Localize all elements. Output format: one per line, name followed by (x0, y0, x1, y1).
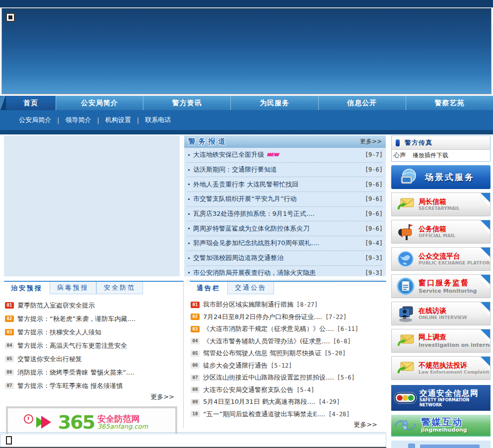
list-link[interactable]: 5月4日至10月31日 鹤大高速有路段.... (203, 397, 315, 406)
bullet-icon (188, 228, 190, 229)
button-title: 窗口服务监督 (419, 278, 477, 288)
nav-tab-4[interactable]: 信息公开 (318, 96, 406, 110)
police-news-header: 警务报道 更多>> (184, 135, 386, 148)
fax-link-plugin[interactable]: 播放插件下载 (413, 151, 448, 160)
scene-service-banner[interactable]: 场景式服务 (391, 165, 491, 189)
list-link[interactable]: 《大连市消防若干规定（征求意见稿）》公.... (203, 324, 334, 333)
list-link[interactable]: 《大连市警务辅助人员管理办法》(征求意.... (203, 337, 330, 346)
scene-service-label: 场景式服务 (425, 172, 475, 183)
clock-icon (24, 414, 33, 424)
news-date: [9-6] (365, 225, 383, 232)
subnav-link-3[interactable]: 联系电话 (145, 116, 171, 125)
news-link[interactable]: 瓦房店32处违停抓拍系统：9月1号正式.... (193, 209, 315, 218)
traffic-banner-title: 交通安全信息网 (420, 388, 489, 398)
list-link[interactable]: “五一”期间后盐检查通道驶出车辆禁走E.... (203, 410, 325, 419)
news-link[interactable]: 达沃斯期间：交通限行要知道 (193, 165, 277, 174)
traffic-banner-subtitle: SAFETY INFORMATION NETWORK (420, 398, 489, 407)
online-survey-button[interactable]: 网上调查 Investigation on internet (391, 329, 491, 353)
nav-tab-0[interactable]: 首页 (6, 96, 56, 110)
news-item: 郭声琨会见参加纪念抗战胜利70周年观礼....[9-4] (187, 236, 383, 251)
subnav-separator: | (57, 117, 59, 124)
button-subtitle: ONLINE INTERVIEW (419, 315, 467, 320)
news-link[interactable]: 市公安消防局开展夜查行动，清除火灾隐患 (193, 268, 316, 277)
nav-tab-2[interactable]: 警方资讯 (143, 96, 230, 110)
security-forecast-section: 治安预报病毒预报安全防范 01夏季防范入室盗窃安全提示02警方提示：“秋老虎”来… (4, 281, 184, 428)
notice-more-link[interactable]: 更多>> (353, 421, 377, 428)
security-tab-0[interactable]: 治安预报 (4, 282, 50, 295)
subnav-link-0[interactable]: 公安局简介 (19, 116, 51, 125)
official-mailbox-button[interactable]: 公务信箱 OFFICIAL MAIL (391, 220, 491, 244)
rank-badge: 08 (191, 386, 200, 393)
news-date: [9-3] (365, 255, 383, 261)
list-link[interactable]: 消防提示：烧烤季受青睐 警惕火苗来“.... (17, 368, 134, 377)
fax-link-voice[interactable]: 心声 (394, 151, 406, 160)
news-link[interactable]: 市交警支队组织开展“平安九月”行动 (193, 194, 296, 203)
news-link[interactable]: 大连地铁安保已全面升级 (193, 150, 264, 159)
news-link[interactable]: 外地人丢贵重行李 大连民警帮忙找回 (193, 180, 298, 189)
mail-arrow-icon (396, 194, 416, 214)
news-link[interactable]: 郭声琨会见参加纪念抗战胜利70周年观礼.... (193, 239, 319, 248)
bullet-icon (188, 184, 190, 185)
security-tab-1[interactable]: 病毒预报 (50, 282, 96, 294)
news-link[interactable]: 交警加强校园周边道路交通整治 (193, 254, 283, 262)
subnav-link-1[interactable]: 领导简介 (65, 116, 91, 125)
enforcement-complaint-button[interactable]: 不规范执法投诉 Law Enforcement Complaint (391, 356, 491, 380)
security-more-link[interactable]: 更多>> (150, 393, 174, 400)
rank-badge: 05 (5, 356, 14, 362)
notice-tab-1[interactable]: 交通公告 (227, 282, 274, 294)
main-navigation: 首页公安局简介警方资讯为民服务信息公开警察艺苑 (0, 96, 493, 110)
list-link[interactable]: 徒步大会交通限行通告 (203, 361, 268, 370)
police-media-banner[interactable]: 警媒互动 jingmeihudong (391, 415, 491, 437)
list-link[interactable]: 夏季防范入室盗窃安全提示 (17, 301, 95, 310)
news-item: 达沃斯期间：交通限行要知道[9-6] (187, 163, 383, 178)
list-date: [6-8] (333, 338, 351, 345)
list-link[interactable]: 沙区连山街接近中山路路段设置监控抓拍设.... (203, 373, 334, 382)
police-fax-box: 警方传真 心声 播放插件下载 (391, 135, 491, 162)
online-interview-button[interactable]: 在线访谈 ONLINE INTERVIEW (391, 302, 491, 325)
button-subtitle: Service Monitoring (419, 288, 477, 295)
traffic-safety-banner[interactable]: 交通安全信息网 SAFETY INFORMATION NETWORK (391, 385, 491, 411)
rank-badge: 05 (191, 350, 200, 357)
list-link[interactable]: 驾管处公布驾驶人信息 驾照到期尽快换证 (203, 349, 321, 358)
list-link[interactable]: 交警送你安全出行秘笈 (17, 355, 82, 364)
director-mailbox-button[interactable]: 局长信箱 SECRETARYMAIL (391, 192, 491, 216)
list-link[interactable]: 警方提示：“秋老虎”来袭，谨防车内藏.... (17, 315, 136, 323)
nav-tab-5[interactable]: 警察艺苑 (406, 96, 493, 110)
news-item: 交警加强校园周边道路交通整治[9-3] (187, 251, 383, 266)
list-link[interactable]: 7月24日至8月2日停办户口和身份证业.... (203, 313, 322, 321)
rank-badge: 07 (191, 375, 200, 381)
list-link[interactable]: 警方提示：扶梯安全人人须知 (17, 328, 101, 337)
media-placeholder (4, 135, 180, 276)
list-item: 07沙区连山街接近中山路路段设置监控抓拍设....[5-6] (191, 372, 381, 384)
nav-tab-3[interactable]: 为民服务 (230, 96, 318, 110)
banner-365-number: 365 (58, 413, 94, 432)
security-tab-2[interactable]: 安全防范 (96, 282, 143, 294)
rank-badge: 03 (191, 326, 200, 332)
rank-badge: 02 (5, 316, 14, 322)
police-news-more-link[interactable]: 更多>> (360, 137, 382, 146)
list-date: [4-29] (318, 398, 340, 405)
service-monitoring-button[interactable]: 窗口服务监督 Service Monitoring (391, 274, 491, 298)
notice-list: 01我市部分区域实施限制通行措施[8-27]027月24日至8月2日停办户口和身… (190, 299, 386, 420)
bullet-icon (188, 198, 190, 200)
list-item: 095月4日至10月31日 鹤大高速有路段....[4-29] (191, 396, 381, 408)
news-date: [9-4] (365, 240, 383, 247)
rank-badge: 06 (5, 369, 14, 376)
news-link[interactable]: 两周岁特警蓝鲨成为立体化防控体系尖刀 (193, 224, 309, 233)
partial-banner[interactable] (391, 441, 491, 448)
nav-tab-1[interactable]: 公安局简介 (56, 96, 143, 110)
notice-tab-0[interactable]: 通告栏 (190, 282, 227, 295)
button-subtitle: OFFICIAL MAIL (419, 233, 455, 239)
list-link[interactable]: 大连市公安局交通警察支队公告 (203, 385, 293, 394)
public-exchange-button[interactable]: 公众交流平台 PUBLIC EXCHANGE PLATFORM (391, 247, 491, 271)
arrow-365-icon (35, 414, 55, 431)
list-link[interactable]: 警方提示：高温天气行车更需注意安全 (17, 341, 127, 350)
list-link[interactable]: 警方提示：学车旺季来临 报名须谨慎 (17, 382, 123, 390)
rank-badge: 04 (5, 342, 14, 349)
list-link[interactable]: 我市部分区域实施限制通行措施 (203, 300, 293, 309)
list-item: 027月24日至8月2日停办户口和身份证业....[7-22] (191, 311, 381, 323)
button-title: 在线访谈 (419, 307, 467, 316)
subnav-link-2[interactable]: 机构设置 (105, 116, 131, 125)
button-subtitle: SECRETARYMAIL (419, 206, 460, 211)
security-tabs: 治安预报病毒预报安全防范 (4, 281, 183, 295)
